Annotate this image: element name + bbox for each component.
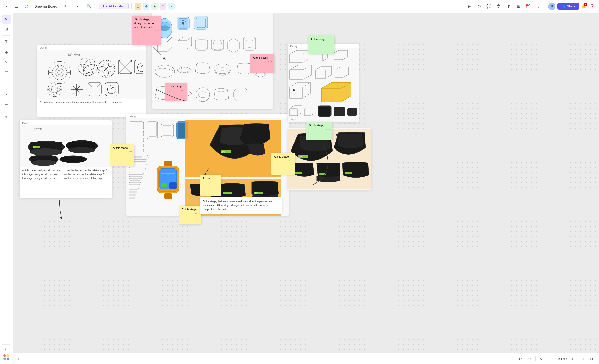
tab-icon-5[interactable]: 🔹: [168, 3, 175, 10]
ai-sparkle-icon: ✦: [102, 4, 105, 8]
sticky-note-6[interactable]: At this stage,: [271, 153, 295, 175]
svg-rect-108: [334, 107, 345, 116]
bottombar: + ↩ ↪ ↖ − 54% ▾ + ⊞ ⊡: [13, 353, 599, 364]
color-green[interactable]: [3, 358, 6, 360]
sidebar-separator4: [2, 344, 10, 345]
sticky-note-8[interactable]: At this stage,: [308, 35, 334, 54]
pages-overview-button[interactable]: ⊡: [588, 355, 595, 363]
search-button[interactable]: 🔍: [85, 2, 93, 10]
share-icon: 👥: [561, 4, 565, 8]
svg-rect-93: [129, 188, 139, 189]
sticky-note-5[interactable]: At this: [200, 175, 221, 196]
sidebar-dots-tool[interactable]: ⠿: [2, 346, 11, 354]
sidebar-line-tool[interactable]: ━: [2, 100, 11, 109]
flower-sketch-svg: 花朵 · 叶子形: [40, 50, 143, 98]
flag-button[interactable]: 🚩: [524, 2, 532, 10]
avatar: U: [548, 3, 555, 10]
share-label: Share: [567, 4, 575, 8]
svg-line-51: [187, 37, 192, 41]
color-blue[interactable]: [7, 358, 9, 360]
svg-point-1: [48, 61, 71, 84]
back-button[interactable]: ‹: [3, 2, 11, 10]
sidebar-text-tool[interactable]: T: [2, 38, 11, 46]
svg-point-38: [31, 160, 56, 166]
dark-sketch-svg: 生产工艺 生产: [22, 126, 110, 167]
timer-button[interactable]: ⏱: [495, 2, 503, 10]
sticky-note-1[interactable]: At this stage, designers do not need to …: [132, 16, 161, 45]
tab-icon-1[interactable]: 📋: [135, 3, 141, 10]
sticky-note-7[interactable]: At this stage,: [179, 206, 201, 224]
bookmark-button[interactable]: 🏷: [75, 2, 83, 10]
undo-button[interactable]: ↩: [517, 355, 524, 363]
sidebar-list-tool[interactable]: ≡: [2, 123, 11, 131]
svg-rect-53: [195, 38, 208, 50]
svg-rect-74: [162, 126, 172, 135]
redo-button[interactable]: ↪: [526, 355, 533, 363]
zoom-value: 54%: [558, 357, 565, 361]
svg-rect-116: [345, 172, 352, 174]
present-button[interactable]: ⚙: [475, 2, 483, 10]
bottom-text-block: At this stage, designers do not need to …: [200, 197, 282, 214]
sticky-note-2[interactable]: At this stage,: [250, 54, 274, 73]
color-yellow[interactable]: [7, 354, 9, 357]
sidebar-sticky-tool[interactable]: ◆: [2, 47, 11, 56]
sticky8-dots: [311, 43, 332, 43]
sidebar-frame-tool[interactable]: ⊞: [2, 25, 11, 33]
card2-label: Design: [20, 120, 112, 125]
tab-icon-2[interactable]: 🔷: [143, 3, 149, 10]
sticky7-dots: [182, 213, 198, 214]
separator2: [96, 3, 96, 9]
add-page-button[interactable]: +: [15, 355, 22, 362]
upload-button[interactable]: ⬆: [505, 2, 512, 10]
svg-rect-114: [294, 172, 302, 174]
card2-text: At this stage, designers do not need to …: [20, 167, 112, 182]
design-card-dark-sketches[interactable]: Design 生产工艺 生产: [20, 120, 112, 198]
tab-icon-3[interactable]: ◉: [151, 3, 158, 10]
expand-button[interactable]: ⌄: [534, 2, 542, 10]
svg-point-35: [68, 147, 95, 153]
sidebar-cursor-tool[interactable]: ↖: [2, 15, 11, 24]
color-red[interactable]: [3, 354, 6, 357]
ai-assistant-button[interactable]: ✦ ✦ AI Assistant: [99, 3, 129, 9]
download-button[interactable]: ⬇: [61, 2, 69, 10]
play-button[interactable]: ▶: [465, 2, 473, 10]
sticky-note-4[interactable]: At this stage,: [110, 144, 134, 166]
sticky-note-9[interactable]: At this stage,: [306, 122, 332, 140]
share-button[interactable]: 👥 Share: [557, 3, 579, 10]
sticky1-text: At this stage, designers do not need to …: [134, 18, 154, 29]
menu-button[interactable]: ☰: [13, 2, 21, 10]
grid-view-button[interactable]: ⊞: [514, 2, 522, 10]
sidebar-shape-tool[interactable]: ○: [2, 57, 11, 66]
zoom-in-button[interactable]: +: [569, 355, 576, 363]
zoom-out-button[interactable]: −: [549, 355, 556, 363]
notifications-button[interactable]: 🔔 3: [581, 4, 586, 9]
tab-icon-4[interactable]: ⬡: [160, 3, 166, 10]
separator: [72, 3, 72, 9]
canvas[interactable]: Design 花朵 · 叶子形: [13, 13, 599, 364]
svg-line-7: [48, 72, 55, 73]
design-card-right-top[interactable]: Design: [288, 44, 359, 122]
bottom-separator: [535, 356, 536, 361]
color-palette: [2, 354, 11, 362]
sidebar-brush-tool[interactable]: 〰: [2, 77, 11, 86]
zoom-display[interactable]: 54% ▾: [558, 357, 567, 361]
more-tabs-button[interactable]: ›: [176, 2, 184, 10]
cursor-tool-button[interactable]: ↖: [538, 355, 545, 363]
svg-text:生产工艺: 生产工艺: [34, 128, 42, 130]
sidebar-text2-tool[interactable]: T: [2, 113, 11, 122]
sidebar-pen-tool[interactable]: ✏: [2, 67, 11, 76]
svg-point-57: [155, 65, 175, 77]
svg-rect-82: [223, 192, 232, 194]
svg-point-63: [196, 88, 210, 102]
design-card-flowers[interactable]: Design 花朵 · 叶子形: [37, 45, 146, 117]
page-title: Drawing Board: [34, 4, 57, 8]
sticky-note-3[interactable]: At this stage,: [165, 83, 187, 101]
fit-view-button[interactable]: ⊞: [578, 355, 586, 363]
svg-line-8: [64, 72, 71, 73]
sidebar-scissors-tool[interactable]: ✂: [2, 90, 11, 99]
color-row1: [3, 354, 9, 357]
logo-button[interactable]: ◎: [23, 2, 30, 10]
comment-button[interactable]: 💬: [485, 2, 493, 10]
sidebar-separator3: [2, 111, 10, 111]
help-button[interactable]: ❓: [588, 2, 596, 10]
